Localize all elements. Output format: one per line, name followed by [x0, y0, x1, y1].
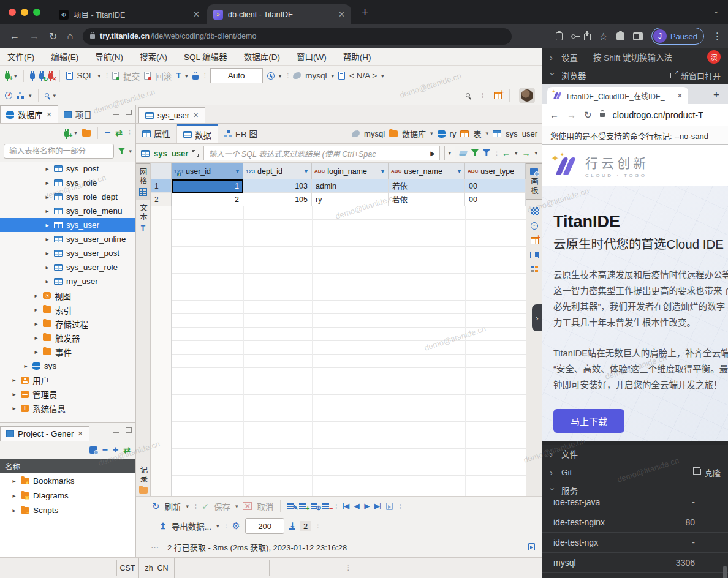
- refresh-label[interactable]: 刷新: [165, 500, 181, 512]
- tree-item-table[interactable]: ▸my_user: [0, 274, 135, 288]
- git-clone-button[interactable]: 克隆: [695, 467, 721, 478]
- export-label[interactable]: 导出数据...: [172, 520, 211, 532]
- tree-item-events[interactable]: ▸事件: [0, 345, 135, 359]
- browser-tab-dbclient[interactable]: » db-client - TitanIDE ✕: [207, 4, 351, 24]
- custom-filter-icon[interactable]: [483, 149, 490, 157]
- service-row[interactable]: ide-test-ngx -: [542, 533, 728, 553]
- save-icon[interactable]: ✓: [202, 501, 209, 511]
- filter-funnel-icon[interactable]: [118, 148, 125, 155]
- disconnect-icon[interactable]: ✕: [48, 73, 53, 79]
- service-row[interactable]: mysql 3306: [542, 553, 728, 573]
- expand-filter-icon[interactable]: [192, 150, 199, 157]
- tree-item-table[interactable]: ▸sys_role_menu: [0, 204, 135, 218]
- new-connection-icon[interactable]: +: [64, 131, 69, 137]
- menu-window[interactable]: 窗口(W): [297, 50, 327, 62]
- cancel-label[interactable]: 取消: [257, 500, 273, 512]
- cell-login-name[interactable]: ry: [312, 193, 389, 206]
- cell-user-id[interactable]: 2: [172, 193, 243, 206]
- cell-login-name[interactable]: admin: [312, 179, 389, 193]
- prev-row-icon[interactable]: ◀: [354, 502, 359, 510]
- clipboard-icon[interactable]: [556, 32, 563, 40]
- active-connection-select[interactable]: mysql: [305, 71, 327, 80]
- first-row-icon[interactable]: |◀: [342, 502, 349, 510]
- collapse-all-icon[interactable]: −: [105, 127, 110, 138]
- sort-icon[interactable]: ▼: [303, 168, 309, 175]
- cancel-icon[interactable]: ✕: [243, 502, 252, 510]
- cell-user-id[interactable]: 1: [172, 179, 243, 193]
- close-tab-icon[interactable]: ✕: [338, 10, 345, 19]
- close-editor-icon[interactable]: ✕: [193, 111, 199, 119]
- mini-reload-icon[interactable]: ↻: [584, 110, 592, 121]
- settings-gear-icon[interactable]: [89, 446, 97, 454]
- extensions-icon[interactable]: [616, 32, 624, 40]
- tree-item-table[interactable]: ▸sys_user_role: [0, 260, 135, 274]
- reload-icon[interactable]: ↻: [49, 31, 57, 42]
- tab-databases[interactable]: 数据库 ✕: [0, 105, 58, 123]
- close-window-button[interactable]: [9, 9, 16, 16]
- git-section-header[interactable]: › Git 克隆: [542, 463, 728, 481]
- mini-back-icon[interactable]: ←: [550, 110, 559, 120]
- close-tab-icon[interactable]: ✕: [78, 430, 83, 438]
- service-row[interactable]: ide-test-nginx 80: [542, 512, 728, 533]
- row-number[interactable]: 1: [151, 179, 172, 193]
- column-header-user-type[interactable]: ABC user_type: [465, 163, 526, 179]
- tree-item-views[interactable]: ▸视图: [0, 288, 135, 302]
- sort-icon[interactable]: ▼: [235, 168, 240, 175]
- services-section-header[interactable]: › 服务: [542, 481, 728, 500]
- nav-forward-icon[interactable]: →: [521, 148, 530, 158]
- column-header-user-id[interactable]: 123⚷ user_id ▼: [172, 163, 243, 179]
- new-table-icon[interactable]: [494, 92, 502, 99]
- tab-projects[interactable]: 项目: [58, 106, 97, 123]
- duplicate-row-icon[interactable]: ⊕: [311, 503, 317, 509]
- sql-filter-input[interactable]: 输入一个 SQL 表达式来过滤结果 (使用 Ctrl+Spac ▶: [203, 146, 439, 160]
- crumb-database[interactable]: ry: [450, 129, 457, 138]
- open-new-window-button[interactable]: 新窗口打开: [670, 70, 721, 81]
- sort-icon[interactable]: ▼: [380, 168, 385, 175]
- value-panel-tab[interactable]: 画板: [526, 163, 542, 200]
- rollback-icon[interactable]: [144, 72, 151, 80]
- edit-row-icon[interactable]: ✎: [287, 503, 294, 509]
- save-label[interactable]: 保存: [214, 500, 230, 512]
- text-view-tab[interactable]: 文本 T: [136, 200, 150, 236]
- cell-dept-id[interactable]: 105: [243, 193, 312, 206]
- fetch-size-input[interactable]: [245, 518, 284, 534]
- metadata-panel-icon[interactable]: [531, 266, 538, 272]
- tree-item-table[interactable]: ▸sys_role: [0, 176, 135, 190]
- forward-icon[interactable]: →: [29, 31, 39, 42]
- editor-tab-sys-user[interactable]: sys_user ✕: [138, 107, 205, 123]
- fetch-page-icon[interactable]: [386, 503, 393, 510]
- schema-dropdown-icon[interactable]: ▾: [381, 73, 384, 79]
- url-field[interactable]: try.titanide.cn /ide/web/coding/db-clien…: [83, 28, 512, 45]
- fetch-all-icon[interactable]: ⇣: [289, 522, 295, 530]
- table-filter-input[interactable]: [4, 144, 114, 159]
- menu-search[interactable]: 搜索(A): [140, 50, 167, 62]
- minimize-window-button[interactable]: [21, 9, 28, 16]
- close-tab-icon[interactable]: ✕: [193, 10, 200, 19]
- browser-section-header[interactable]: › 浏览器 新窗口打开: [542, 66, 728, 84]
- tree-item-table[interactable]: ▸sys_user_online: [0, 232, 135, 246]
- tree-item-administer[interactable]: ▸管理员: [0, 387, 135, 401]
- refresh-dropdown-icon[interactable]: ▾: [186, 503, 189, 509]
- password-key-icon[interactable]: [571, 34, 575, 39]
- menu-file[interactable]: 文件(F): [7, 50, 34, 62]
- tab-properties[interactable]: 属性: [136, 124, 177, 143]
- filter-history-dropdown[interactable]: ▾: [444, 146, 455, 160]
- commit-mode-select[interactable]: Auto: [210, 68, 263, 83]
- filter-dropdown-icon[interactable]: ▾: [129, 148, 132, 154]
- save-dropdown-icon[interactable]: ▾: [235, 503, 238, 509]
- sort-icon[interactable]: ▼: [457, 168, 462, 175]
- commit-label[interactable]: 提交: [123, 70, 140, 82]
- menu-navigate[interactable]: 导航(N): [95, 50, 123, 62]
- grid-view-tab[interactable]: 网格: [136, 163, 150, 200]
- status-overflow-icon[interactable]: ⋯: [151, 542, 159, 552]
- sql-editor-icon[interactable]: [66, 72, 73, 80]
- tree-item-bookmarks[interactable]: ▸★Bookmarks: [0, 473, 135, 488]
- calc-panel-icon[interactable]: [531, 237, 539, 244]
- crumb-dropdown-icon[interactable]: ▾: [485, 130, 488, 137]
- active-schema-select[interactable]: < N/A >: [349, 71, 377, 80]
- tab-project-general[interactable]: Project - Gener ✕: [0, 426, 89, 441]
- refresh-icon[interactable]: ↻: [152, 501, 160, 512]
- files-section-header[interactable]: › 文件: [542, 445, 728, 463]
- apply-filter-icon[interactable]: ▶: [430, 150, 435, 157]
- history-dropdown-icon[interactable]: ▾: [279, 73, 282, 79]
